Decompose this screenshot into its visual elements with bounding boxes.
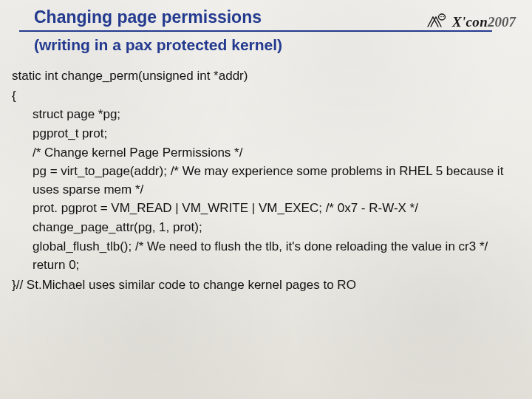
- conference-logo: X'con2007: [425, 12, 516, 33]
- xcon-mascot-icon: [425, 12, 449, 33]
- logo-brand: X'con: [452, 14, 488, 30]
- code-line: pg = virt_to_page(addr); /* We may exper…: [33, 163, 516, 199]
- code-line: prot. pgprot = VM_READ | VM_WRITE | VM_E…: [33, 200, 516, 218]
- slide-header: Changing page permissions (writing in a …: [0, 0, 532, 57]
- code-trailing-comment: // St.Michael uses similar code to chang…: [16, 278, 356, 292]
- slide-body: static int change_perm(unsigned int *add…: [0, 57, 532, 295]
- code-line: global_flush_tlb(); /* We need to flush …: [33, 238, 516, 256]
- code-brace-open: {: [12, 87, 516, 106]
- slide: Changing page permissions (writing in a …: [0, 0, 532, 399]
- code-line: return 0;: [33, 256, 516, 275]
- code-block: struct page *pg; pgprot_t prot; /* Chang…: [12, 106, 516, 275]
- slide-subtitle: (writing in a pax protected kernel): [34, 36, 514, 54]
- svg-point-2: [443, 16, 444, 18]
- code-line: change_page_attr(pg, 1, prot);: [33, 219, 516, 237]
- logo-year: 2007: [488, 14, 516, 30]
- svg-point-0: [439, 14, 446, 20]
- code-line: pgprot_t prot;: [33, 125, 516, 143]
- code-signature: static int change_perm(unsigned int *add…: [12, 67, 516, 86]
- code-line: /* Change kernel Page Permissions */: [33, 144, 516, 163]
- code-closing-line: }// St.Michael uses similar code to chan…: [12, 276, 516, 295]
- title-underline: [19, 30, 492, 32]
- svg-point-1: [440, 16, 442, 18]
- code-line: struct page *pg;: [33, 106, 516, 124]
- logo-brand-text: X'con2007: [452, 14, 516, 30]
